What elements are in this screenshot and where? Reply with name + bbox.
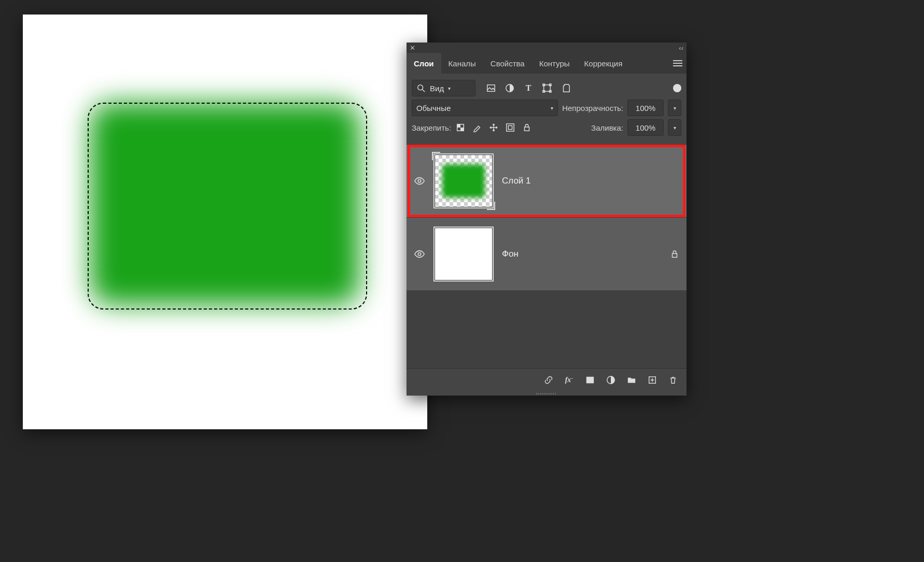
blend-row: Обычные ▾ Непрозрачность: 100% ▾ (412, 100, 681, 116)
opacity-label: Непрозрачность: (562, 104, 623, 113)
close-panel-icon[interactable]: ✕ (410, 44, 415, 52)
lock-transparency-icon[interactable] (455, 122, 466, 133)
svg-rect-13 (508, 125, 512, 129)
fill-label: Заливка: (591, 123, 623, 132)
layer-row-background[interactable]: Фон (407, 217, 687, 290)
chevron-down-icon: ▾ (448, 86, 451, 91)
panel-topbar: ✕ ‹‹ (407, 43, 687, 53)
layer-filter-row: Вид ▾ T (412, 80, 681, 96)
blend-mode-label: Обычные (416, 104, 451, 113)
lock-row: Закрепить: Заливка: (412, 119, 681, 136)
filter-type-label: Вид (430, 84, 444, 93)
fill-value-box[interactable]: 100% (627, 119, 664, 136)
filter-toggle[interactable] (673, 84, 681, 92)
new-layer-icon[interactable] (647, 375, 657, 385)
layer-thumbnail[interactable] (435, 228, 493, 280)
layers-panel: ✕ ‹‹ Слои Каналы Свойства Контуры Коррек… (407, 43, 687, 396)
svg-point-15 (418, 179, 421, 182)
visibility-toggle[interactable] (414, 248, 425, 260)
lock-nesting-icon[interactable] (505, 122, 515, 133)
blend-mode-select[interactable]: Обычные ▾ (412, 100, 558, 116)
layer-name-label[interactable]: Слой 1 (502, 176, 679, 186)
selection-marquee (88, 103, 367, 310)
panel-resize-grip[interactable] (407, 391, 687, 396)
opacity-stepper[interactable]: ▾ (668, 100, 681, 116)
tab-paths-label: Контуры (539, 59, 570, 68)
adjustment-filter-icon[interactable] (505, 83, 515, 93)
tab-channels[interactable]: Каналы (441, 53, 483, 74)
tab-layers-label: Слои (414, 59, 434, 68)
layer-row-layer1[interactable]: Слой 1 (407, 144, 687, 217)
fill-stepper[interactable]: ▾ (668, 119, 681, 136)
search-icon (416, 83, 426, 93)
tab-channels-label: Каналы (449, 59, 476, 68)
layers-empty-area[interactable] (407, 290, 687, 368)
opacity-value: 100% (636, 104, 655, 113)
lock-position-icon[interactable] (488, 122, 499, 133)
svg-rect-14 (525, 127, 529, 131)
svg-rect-11 (460, 128, 464, 131)
svg-rect-17 (673, 254, 677, 257)
tab-adjustments-label: Коррекция (584, 59, 623, 68)
shape-filter-icon[interactable] (542, 83, 552, 93)
tab-properties[interactable]: Свойства (483, 53, 532, 74)
chevron-down-icon: ▾ (551, 105, 553, 111)
opacity-value-box[interactable]: 100% (627, 100, 664, 116)
panel-tabs: Слои Каналы Свойства Контуры Коррекция (407, 53, 687, 74)
svg-rect-10 (457, 124, 460, 128)
text-filter-icon[interactable]: T (523, 83, 534, 93)
fill-value: 100% (636, 123, 655, 132)
layer-thumbnail[interactable] (435, 154, 493, 207)
svg-rect-2 (487, 85, 495, 92)
lock-pixels-icon[interactable] (472, 122, 482, 133)
link-icon[interactable] (543, 375, 554, 385)
visibility-toggle[interactable] (414, 175, 425, 187)
filter-type-select[interactable]: Вид ▾ (412, 80, 475, 96)
svg-rect-12 (507, 124, 514, 131)
adjustment-layer-icon[interactable] (606, 375, 616, 385)
svg-point-16 (418, 252, 421, 256)
lock-icon[interactable] (670, 249, 679, 259)
svg-line-1 (423, 90, 425, 92)
tab-layers[interactable]: Слои (407, 53, 441, 74)
image-filter-icon[interactable] (486, 83, 496, 93)
lock-label: Закрепить: (412, 123, 451, 132)
collapse-panel-icon[interactable]: ‹‹ (679, 44, 683, 52)
panel-menu-icon[interactable] (669, 53, 687, 74)
filter-icons: T (486, 83, 571, 93)
mask-icon[interactable] (585, 375, 595, 385)
tab-adjustments[interactable]: Коррекция (577, 53, 630, 74)
layer-name-label[interactable]: Фон (502, 249, 661, 259)
smartobject-filter-icon[interactable] (561, 83, 571, 93)
layers-list: Слой 1 Фон (407, 144, 687, 290)
lock-all-icon[interactable] (522, 122, 532, 133)
canvas-document[interactable] (23, 15, 427, 429)
group-icon[interactable] (626, 375, 637, 385)
svg-point-0 (418, 85, 423, 90)
trash-icon[interactable] (668, 375, 678, 385)
fx-icon[interactable]: fx˅ (564, 375, 575, 385)
layers-panel-footer: fx˅ (407, 368, 687, 391)
tab-properties-label: Свойства (491, 59, 525, 68)
tab-paths[interactable]: Контуры (532, 53, 577, 74)
